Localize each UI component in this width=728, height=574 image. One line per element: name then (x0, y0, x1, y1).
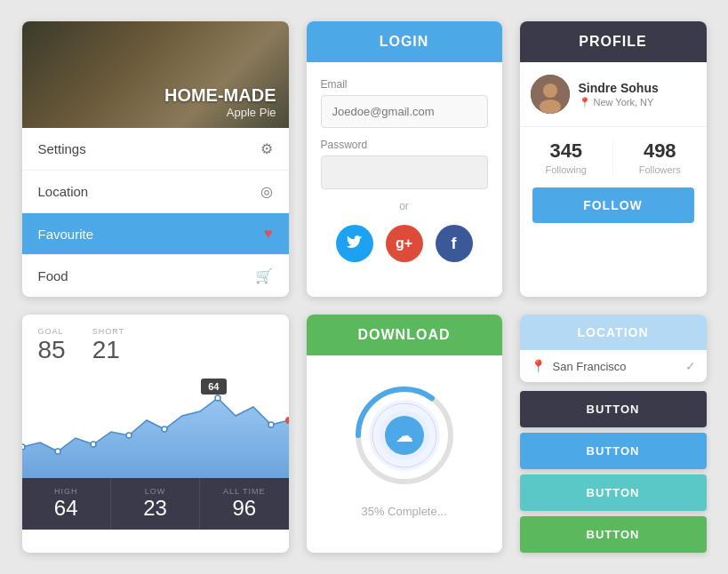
stat-followers: 498 Followers (613, 140, 707, 175)
login-body: Email Password or g+ f (307, 62, 502, 278)
menu-label-favourite: Favourite (38, 227, 94, 242)
heart-icon: ♥ (264, 226, 273, 242)
goal-value: 85 (38, 336, 66, 364)
download-body: ☁ 35% Complete... (307, 355, 502, 545)
svg-point-2 (540, 100, 561, 114)
svg-point-10 (268, 422, 274, 427)
download-percent: 35% Complete... (361, 505, 446, 518)
low-value: 23 (120, 496, 190, 521)
profile-name: Sindre Sohus (579, 81, 659, 95)
location-icon: ◎ (260, 183, 273, 200)
profile-location: 📍 New York, NY (579, 97, 659, 108)
profile-info: Sindre Sohus 📍 New York, NY (520, 62, 707, 127)
profile-card: PROFILE Sindre Sohus 📍 New York, NY 345 (520, 21, 707, 297)
hero-overlay: HOME-MADE Apple Pie (152, 76, 289, 128)
stat-following: 345 Following (520, 140, 614, 175)
location-city: San Francisco (553, 360, 678, 373)
hero-subtitle: Apple Pie (164, 106, 276, 119)
menu-item-location[interactable]: Location ◎ (22, 171, 289, 213)
download-header: DOWNLOAD (307, 315, 502, 355)
google-button[interactable]: g+ (386, 225, 423, 262)
menu-item-settings[interactable]: Settings ⚙ (22, 128, 289, 171)
social-buttons: g+ f (321, 225, 488, 262)
profile-stats: 345 Following 498 Followers (520, 127, 707, 187)
or-divider: or (321, 200, 488, 212)
chart-area: 64 (22, 371, 289, 478)
menu-label-food: Food (38, 268, 68, 283)
email-label: Email (321, 78, 488, 91)
progress-ring: ☁ (351, 382, 458, 489)
menu-item-favourite[interactable]: Favourite ♥ (22, 213, 289, 255)
svg-point-7 (126, 433, 132, 438)
profile-details: Sindre Sohus 📍 New York, NY (579, 81, 659, 108)
high-value: 64 (31, 496, 101, 521)
short-label: SHORT (92, 327, 124, 336)
svg-point-5 (55, 449, 60, 454)
buttons-card: BUTTON BUTTON BUTTON BUTTON (520, 391, 707, 553)
svg-marker-3 (22, 398, 289, 478)
facebook-icon: f (452, 235, 457, 253)
button-dark[interactable]: BUTTON (520, 391, 707, 427)
hero-image: HOME-MADE Apple Pie (22, 21, 289, 128)
following-count: 345 (520, 140, 613, 163)
short-value: 21 (92, 336, 124, 364)
main-container: HOME-MADE Apple Pie Settings ⚙ Location … (22, 21, 707, 553)
alltime-label: ALL TIME (209, 487, 279, 496)
svg-point-6 (91, 442, 96, 447)
chart-top-stats: GOAL 85 SHORT 21 (22, 315, 289, 371)
goal-label: GOAL (38, 327, 66, 336)
location-pin-icon: 📍 (531, 359, 546, 373)
button-cyan[interactable]: BUTTON (520, 474, 707, 511)
settings-icon: ⚙ (260, 140, 273, 157)
chart-card: GOAL 85 SHORT 21 64 (22, 315, 289, 553)
twitter-button[interactable] (336, 225, 373, 262)
following-label: Following (520, 164, 613, 175)
avatar (531, 75, 570, 114)
location-card: LOCATION 📍 San Francisco ✓ (520, 315, 707, 382)
hero-title: HOME-MADE (164, 85, 276, 106)
facebook-button[interactable]: f (436, 225, 473, 262)
profile-header: PROFILE (520, 21, 707, 62)
menu-label-location: Location (38, 184, 89, 199)
google-icon: g+ (396, 235, 412, 251)
progress-center: ☁ (385, 416, 424, 455)
chart-stat-alltime: ALL TIME 96 (200, 478, 288, 530)
chart-bottom-stats: HIGH 64 LOW 23 ALL TIME 96 (22, 478, 289, 530)
password-label: Password (321, 139, 488, 151)
email-input[interactable] (321, 95, 488, 128)
login-header: LOGIN (307, 21, 502, 62)
followers-count: 498 (613, 140, 707, 163)
button-green[interactable]: BUTTON (520, 516, 707, 553)
short-stat: SHORT 21 (92, 327, 124, 364)
menu-card: HOME-MADE Apple Pie Settings ⚙ Location … (22, 21, 289, 297)
chart-tooltip: 64 (201, 379, 226, 395)
svg-point-8 (162, 427, 167, 432)
svg-point-1 (543, 84, 557, 98)
cart-icon: 🛒 (255, 267, 273, 284)
follow-button[interactable]: FOLLOW (532, 187, 694, 223)
button-blue[interactable]: BUTTON (520, 433, 707, 469)
goal-stat: GOAL 85 (38, 327, 66, 364)
chart-svg (22, 371, 289, 478)
high-label: HIGH (31, 487, 101, 496)
chart-stat-high: HIGH 64 (22, 478, 111, 530)
low-label: LOW (120, 487, 190, 496)
check-icon[interactable]: ✓ (685, 359, 696, 373)
alltime-value: 96 (209, 496, 279, 521)
svg-point-9 (215, 395, 220, 401)
login-card: LOGIN Email Password or g+ f (307, 21, 502, 297)
menu-item-food[interactable]: Food 🛒 (22, 255, 289, 297)
download-card: DOWNLOAD ☁ (307, 315, 502, 553)
svg-point-4 (22, 444, 25, 450)
chart-stat-low: LOW 23 (111, 478, 200, 530)
menu-label-settings: Settings (38, 141, 86, 156)
cloud-icon: ☁ (385, 416, 424, 455)
location-input-row: 📍 San Francisco ✓ (520, 350, 707, 382)
followers-label: Followers (613, 164, 707, 175)
location-buttons-section: LOCATION 📍 San Francisco ✓ BUTTON BUTTON… (520, 315, 707, 553)
location-pin-icon: 📍 (579, 97, 591, 108)
password-input[interactable] (321, 155, 488, 189)
location-header: LOCATION (520, 315, 707, 350)
